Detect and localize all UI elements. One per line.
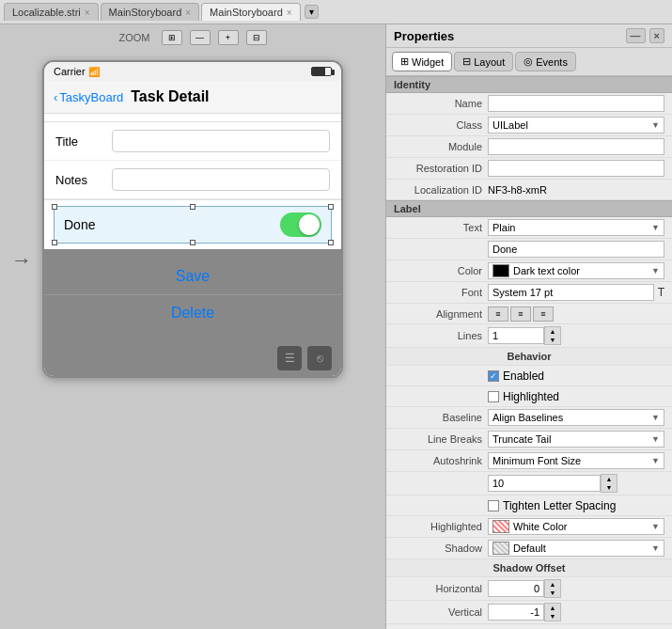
properties-body: Identity Name Class UILabel ▼ Module xyxy=(386,76,672,629)
line-breaks-arrow: ▼ xyxy=(651,434,660,444)
lines-spinner-btns: ▲ ▼ xyxy=(544,326,561,345)
title-input[interactable] xyxy=(112,130,330,152)
module-input[interactable] xyxy=(488,138,664,155)
font-t-icon[interactable]: T xyxy=(658,286,664,299)
tighten-value: Tighten Letter Spacing xyxy=(488,499,664,512)
autoshrink-up-btn[interactable]: ▲ xyxy=(602,475,617,483)
align-center-btn[interactable]: ≡ xyxy=(510,307,531,322)
vertical-value: ▲ ▼ xyxy=(488,603,664,621)
zoom-actual-btn[interactable]: ⊟ xyxy=(246,30,267,45)
done-row-container: Done xyxy=(54,206,332,244)
carrier-text: Carrier xyxy=(54,66,86,77)
tab-close-icon[interactable]: × xyxy=(287,8,292,18)
lines-input[interactable] xyxy=(488,327,544,344)
vertical-up-btn[interactable]: ▲ xyxy=(545,604,560,612)
module-label: Module xyxy=(394,141,488,152)
restoration-label: Restoration ID xyxy=(394,163,488,174)
toggle-switch[interactable] xyxy=(280,212,321,237)
action-section: Save Delete xyxy=(44,249,341,340)
properties-tabs: ⊞ Widget ⊟ Layout ◎ Events xyxy=(386,48,672,76)
highlighted-checkbox[interactable] xyxy=(488,391,499,402)
autoshrink-select[interactable]: Minimum Font Size ▼ xyxy=(488,452,664,469)
horizontal-row: Horizontal ▲ ▼ xyxy=(386,577,672,601)
delete-button[interactable]: Delete xyxy=(44,294,341,331)
zoom-in-btn[interactable]: + xyxy=(218,30,239,45)
lines-value: ▲ ▼ xyxy=(488,326,664,345)
class-select[interactable]: UILabel ▼ xyxy=(488,117,664,134)
text-type-label: Text xyxy=(394,222,488,233)
battery-fill xyxy=(312,68,325,75)
line-breaks-select[interactable]: Truncate Tail ▼ xyxy=(488,431,664,448)
text-input[interactable] xyxy=(488,241,664,258)
baseline-select[interactable]: Align Baselines ▼ xyxy=(488,409,664,426)
horizontal-spinner: ▲ ▼ xyxy=(488,579,664,598)
notes-row: Notes xyxy=(44,161,341,199)
notes-input[interactable] xyxy=(112,168,330,191)
class-value: UILabel ▼ xyxy=(488,117,664,134)
left-panel: ZOOM ⊞ — + ⊟ → Carrier 📶 xyxy=(0,24,385,629)
vertical-input[interactable] xyxy=(488,604,544,621)
horizontal-value: ▲ ▼ xyxy=(488,579,664,598)
restoration-input[interactable] xyxy=(488,160,664,177)
autoshrink-num-input[interactable] xyxy=(488,475,601,492)
align-right-btn[interactable]: ≡ xyxy=(533,307,554,322)
autoshrink-value: Minimum Font Size ▼ xyxy=(488,452,664,469)
autoshrink-spinner: ▲ ▼ xyxy=(488,474,664,493)
color-select[interactable]: Dark text color ▼ xyxy=(488,262,664,279)
highlighted-color-select[interactable]: White Color ▼ xyxy=(488,518,664,535)
lines-down-btn[interactable]: ▼ xyxy=(545,336,560,344)
tab-mainstoryboard2[interactable]: MainStoryboard × xyxy=(201,3,301,21)
align-left-btn[interactable]: ≡ xyxy=(488,307,508,322)
tab-overflow-btn[interactable]: ▾ xyxy=(305,5,319,19)
horizontal-input[interactable] xyxy=(488,580,544,597)
zoom-out-btn[interactable]: — xyxy=(190,30,211,45)
text-value-row xyxy=(386,239,672,260)
tab-localizable[interactable]: Localizable.stri × xyxy=(4,3,99,21)
back-chevron-icon: ‹ xyxy=(54,90,57,104)
baseline-label: Baseline xyxy=(394,412,488,423)
tab-close-icon[interactable]: × xyxy=(85,8,90,18)
shadow-select[interactable]: Default ▼ xyxy=(488,540,664,557)
baseline-arrow: ▼ xyxy=(651,413,660,422)
tab-label: MainStoryboard xyxy=(109,7,182,18)
autoshrink-num-value: ▲ ▼ xyxy=(488,474,664,493)
back-button[interactable]: ‹ TaskyBoard xyxy=(54,90,123,104)
font-label: Font xyxy=(394,287,488,298)
zoom-fit-btn[interactable]: ⊞ xyxy=(162,30,182,45)
lines-up-btn[interactable]: ▲ xyxy=(545,327,560,336)
autoshrink-spinner-btns: ▲ ▼ xyxy=(601,474,617,493)
enabled-checkbox[interactable]: ✓ xyxy=(488,370,499,382)
done-selected-row[interactable]: Done xyxy=(54,206,332,244)
module-value xyxy=(488,138,664,155)
tab-mainstoryboard1[interactable]: MainStoryboard × xyxy=(101,3,200,21)
layout-label: Layout xyxy=(474,56,505,68)
events-icon: ◎ xyxy=(524,55,533,68)
enabled-text: Enabled xyxy=(503,370,544,383)
highlighted-color-value: White Color ▼ xyxy=(488,518,664,535)
text-type-select[interactable]: Plain ▼ xyxy=(488,219,664,236)
tab-layout[interactable]: ⊟ Layout xyxy=(454,52,513,71)
save-button[interactable]: Save xyxy=(44,259,341,294)
shadow-label: Shadow xyxy=(394,543,488,554)
tab-close-icon[interactable]: × xyxy=(185,8,191,18)
line-breaks-text: Truncate Tail xyxy=(492,433,551,445)
autoshrink-down-btn[interactable]: ▼ xyxy=(602,483,617,492)
tighten-checkbox[interactable] xyxy=(488,500,499,511)
form-section: Title Notes xyxy=(44,121,341,200)
identity-section-title: Identity xyxy=(386,76,672,93)
tab-widget[interactable]: ⊞ Widget xyxy=(392,52,452,71)
vertical-spinner: ▲ ▼ xyxy=(488,603,664,621)
font-select[interactable]: System 17 pt xyxy=(488,284,654,301)
name-input[interactable] xyxy=(488,95,664,112)
alignment-row: Alignment ≡ ≡ ≡ xyxy=(386,304,672,324)
vertical-down-btn[interactable]: ▼ xyxy=(545,612,560,621)
tab-events[interactable]: ◎ Events xyxy=(515,52,576,71)
close-btn[interactable]: × xyxy=(649,28,664,43)
notes-label: Notes xyxy=(55,173,112,187)
exit-icon[interactable]: ⎋ xyxy=(307,346,332,370)
horizontal-down-btn[interactable]: ▼ xyxy=(545,589,560,597)
list-icon[interactable]: ☰ xyxy=(277,346,302,370)
minimize-btn[interactable]: — xyxy=(626,28,646,43)
horizontal-up-btn[interactable]: ▲ xyxy=(545,580,560,589)
class-label: Class xyxy=(394,119,488,131)
